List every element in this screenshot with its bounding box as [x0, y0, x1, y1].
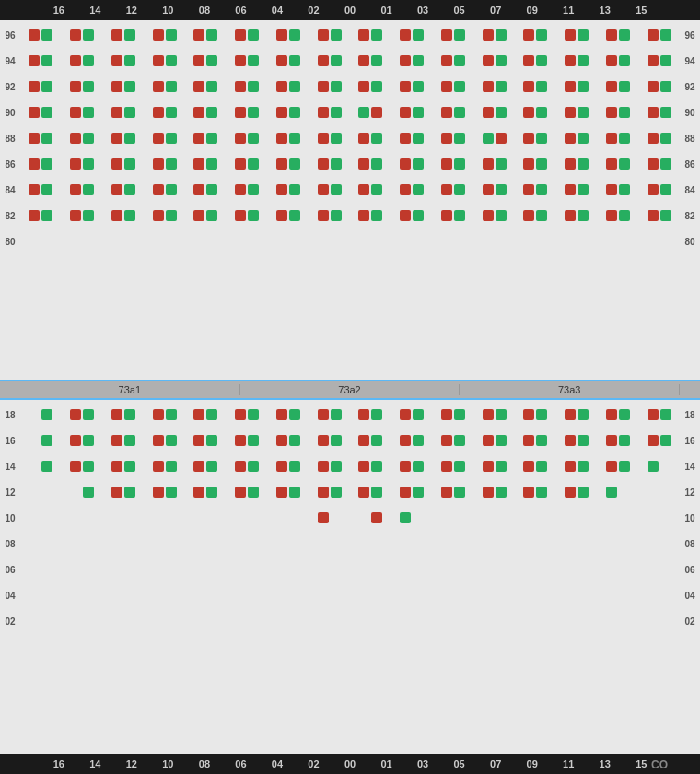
row-06: 06 06 [0, 557, 700, 582]
bottom-column-labels: 16 14 12 10 08 06 04 02 00 01 03 05 07 0… [0, 754, 700, 774]
bottom-seating-grid: 18 [0, 400, 700, 636]
col-label-05: 05 [441, 5, 478, 16]
row-14: 14 [0, 453, 700, 479]
col-label-00: 00 [332, 5, 368, 16]
col-label-13: 13 [587, 5, 624, 16]
col-label-03: 03 [404, 5, 441, 16]
row-86: 86 [0, 151, 700, 177]
row-18: 18 [0, 402, 700, 428]
divider-73a2: 73a2 [240, 384, 461, 395]
row-02: 02 02 [0, 608, 700, 634]
row-10: 10 [0, 505, 700, 531]
row-08: 08 08 [0, 531, 700, 557]
divider-73a1: 73a1 [20, 384, 240, 395]
main-container: 16 14 12 10 08 06 04 02 00 01 03 05 07 0… [0, 0, 700, 774]
divider-73a3: 73a3 [460, 384, 680, 395]
row-92: 92 [0, 74, 700, 100]
col-label-01: 01 [368, 5, 405, 16]
col-label-14: 14 [77, 5, 114, 16]
row-90: 90 [0, 100, 700, 125]
row-80: 80 80 [0, 229, 700, 254]
col-label-10: 10 [150, 5, 187, 16]
top-section: 96 [0, 20, 700, 380]
row-12: 12 [0, 479, 700, 505]
seats-96 [20, 29, 680, 41]
top-column-labels: 16 14 12 10 08 06 04 02 00 01 03 05 07 0… [0, 0, 700, 20]
col-label-02: 02 [296, 5, 332, 16]
bottom-section: 18 [0, 400, 700, 754]
col-label-09: 09 [514, 5, 551, 16]
col-label-15: 15 [624, 5, 660, 16]
col-label-12: 12 [113, 5, 150, 16]
col-label-08: 08 [186, 5, 223, 16]
col-label-16: 16 [41, 5, 77, 16]
row-16: 16 [0, 428, 700, 453]
top-seating-grid: 96 [0, 20, 700, 256]
co-label: CO [512, 758, 700, 771]
row-num-96: 96 [0, 30, 20, 41]
row-96: 96 [0, 22, 700, 48]
row-84: 84 [0, 177, 700, 203]
col-label-07: 07 [477, 5, 514, 16]
row-num-96-r: 96 [680, 30, 700, 41]
row-82: 82 [0, 203, 700, 229]
divider-bar: 73a1 73a2 73a3 [0, 380, 700, 400]
row-94: 94 [0, 48, 700, 74]
col-label-11: 11 [550, 5, 587, 16]
col-label-06: 06 [223, 5, 260, 16]
row-04: 04 04 [0, 582, 700, 608]
col-label-04: 04 [259, 5, 296, 16]
row-88: 88 [0, 125, 700, 151]
